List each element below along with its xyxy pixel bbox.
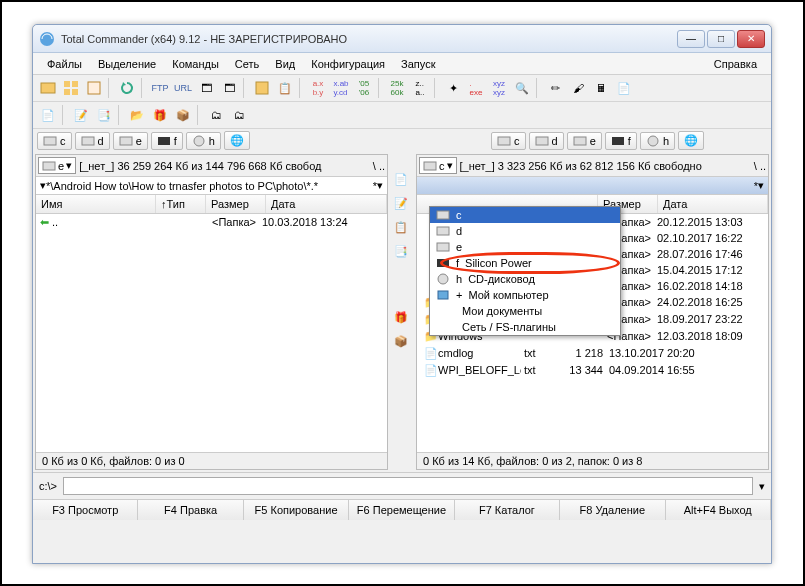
side-icon[interactable]: 📋: [390, 216, 412, 238]
dd-item-d[interactable]: d: [430, 223, 620, 239]
dd-item-c[interactable]: c: [430, 207, 620, 223]
drive-c[interactable]: c: [37, 132, 72, 150]
tb-icon[interactable]: [60, 77, 82, 99]
col-name[interactable]: Имя: [36, 195, 156, 213]
menu-net[interactable]: Сеть: [227, 56, 267, 72]
svg-rect-9: [82, 137, 94, 145]
svg-rect-15: [574, 137, 586, 145]
minimize-button[interactable]: —: [677, 30, 705, 48]
dd-item-h[interactable]: hCD-дисковод: [430, 271, 620, 287]
dd-item-docs[interactable]: Мои документы: [430, 303, 620, 319]
history-icon[interactable]: ▾: [377, 179, 383, 192]
tb-icon[interactable]: 📄: [613, 77, 635, 99]
globe-icon[interactable]: 🌐: [678, 131, 704, 150]
f4-edit[interactable]: F4 Правка: [138, 500, 243, 520]
menu-selection[interactable]: Выделение: [90, 56, 164, 72]
tb-icon[interactable]: [83, 77, 105, 99]
tb-icon[interactable]: 📋: [274, 77, 296, 99]
tb-icon[interactable]: 📝: [70, 104, 92, 126]
right-path[interactable]: [421, 180, 754, 192]
col-date[interactable]: Дата: [266, 195, 387, 213]
drive-c[interactable]: c: [491, 132, 526, 150]
col-size[interactable]: Размер: [206, 195, 266, 213]
side-icon[interactable]: 📝: [390, 192, 412, 214]
back-icon[interactable]: \: [754, 160, 757, 172]
tb-icon[interactable]: 🎁: [149, 104, 171, 126]
right-status: 0 Кб из 14 Кб, файлов: 0 из 2, папок: 0 …: [417, 452, 768, 469]
star-icon[interactable]: ✦: [442, 77, 464, 99]
drive-h[interactable]: h: [186, 132, 221, 150]
tb-icon[interactable]: z..a..: [409, 77, 431, 99]
tb-icon[interactable]: 🗂: [205, 104, 227, 126]
right-drive-select[interactable]: c ▾: [419, 157, 457, 174]
cmd-dropdown-icon[interactable]: ▾: [759, 480, 765, 493]
refresh-icon[interactable]: [116, 77, 138, 99]
tb-icon[interactable]: 🗔: [218, 77, 240, 99]
side-icon[interactable]: 📦: [390, 330, 412, 352]
f8-delete[interactable]: F8 Удаление: [560, 500, 665, 520]
back-icon[interactable]: \: [373, 160, 376, 172]
tb-icon[interactable]: x.aby.cd: [330, 77, 352, 99]
search-icon[interactable]: 🔍: [511, 77, 533, 99]
up-icon[interactable]: ..: [379, 160, 385, 172]
ftp-icon[interactable]: FTP: [149, 77, 171, 99]
drive-e[interactable]: e: [567, 132, 602, 150]
wand-icon[interactable]: ✏: [544, 77, 566, 99]
side-icon[interactable]: 📑: [390, 240, 412, 262]
menu-commands[interactable]: Команды: [164, 56, 227, 72]
menu-help[interactable]: Справка: [706, 56, 765, 72]
side-icon[interactable]: 🎁: [390, 306, 412, 328]
tb-icon[interactable]: [251, 77, 273, 99]
drive-e[interactable]: e: [113, 132, 148, 150]
tb-icon[interactable]: 📄: [37, 104, 59, 126]
tb-icon[interactable]: '05'06: [353, 77, 375, 99]
menu-run[interactable]: Запуск: [393, 56, 443, 72]
tb-icon[interactable]: a.xb.y: [307, 77, 329, 99]
tb-icon[interactable]: 📦: [172, 104, 194, 126]
f5-copy[interactable]: F5 Копирование: [244, 500, 349, 520]
left-filelist[interactable]: ⬅ .. <Папка> 10.03.2018 13:24: [36, 214, 387, 452]
drive-f[interactable]: f: [151, 132, 183, 150]
f3-view[interactable]: F3 Просмотр: [33, 500, 138, 520]
svg-rect-25: [438, 291, 448, 299]
dd-item-e[interactable]: e: [430, 239, 620, 255]
tb-icon[interactable]: 📑: [93, 104, 115, 126]
tb-icon[interactable]: xyzxyz: [488, 77, 510, 99]
svg-rect-22: [437, 243, 449, 251]
maximize-button[interactable]: □: [707, 30, 735, 48]
svg-rect-14: [536, 137, 548, 145]
tb-icon[interactable]: [37, 77, 59, 99]
folder-icon[interactable]: 📂: [126, 104, 148, 126]
drive-d[interactable]: d: [529, 132, 564, 150]
history-icon[interactable]: ▾: [758, 179, 764, 192]
calc-icon[interactable]: 🖩: [590, 77, 612, 99]
drive-d[interactable]: d: [75, 132, 110, 150]
close-button[interactable]: ✕: [737, 30, 765, 48]
dd-item-computer[interactable]: +Мой компьютер: [430, 287, 620, 303]
col-date[interactable]: Дата: [658, 195, 768, 213]
dd-item-f[interactable]: fSilicon Power: [430, 255, 620, 271]
menu-view[interactable]: Вид: [267, 56, 303, 72]
left-drive-select[interactable]: e ▾: [38, 157, 76, 174]
url-icon[interactable]: URL: [172, 77, 194, 99]
f7-mkdir[interactable]: F7 Каталог: [455, 500, 560, 520]
drive-dropdown[interactable]: c d e fSilicon Power hCD-дисковод +Мой к…: [429, 206, 621, 336]
tb-icon[interactable]: 🖌: [567, 77, 589, 99]
up-icon[interactable]: ..: [760, 160, 766, 172]
f6-move[interactable]: F6 Перемещение: [349, 500, 454, 520]
cmd-input[interactable]: [63, 477, 753, 495]
globe-icon[interactable]: 🌐: [224, 131, 250, 150]
menu-files[interactable]: Файлы: [39, 56, 90, 72]
drive-f[interactable]: f: [605, 132, 637, 150]
altf4-exit[interactable]: Alt+F4 Выход: [666, 500, 771, 520]
dd-item-network[interactable]: Сеть / FS-плагины: [430, 319, 620, 335]
menu-config[interactable]: Конфигурация: [303, 56, 393, 72]
drive-h[interactable]: h: [640, 132, 675, 150]
left-path[interactable]: \Android How to\How to trnasfer photos t…: [50, 180, 372, 192]
tb-icon[interactable]: 🗂: [228, 104, 250, 126]
side-icon[interactable]: 📄: [390, 168, 412, 190]
tb-icon[interactable]: 25k60k: [386, 77, 408, 99]
col-type[interactable]: ↑Тип: [156, 195, 206, 213]
exe-icon[interactable]: .exe: [465, 77, 487, 99]
tb-icon[interactable]: 🗔: [195, 77, 217, 99]
